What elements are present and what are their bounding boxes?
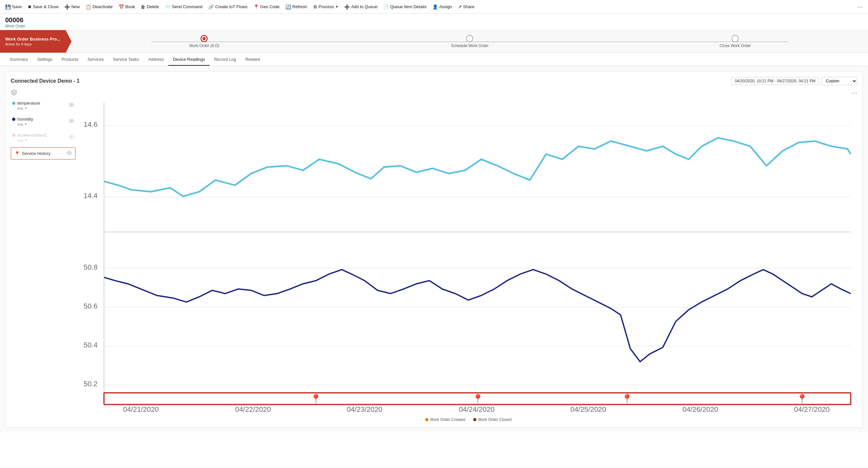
save-close-icon: ✖ — [28, 4, 32, 9]
pin-3: 📍 — [621, 393, 633, 404]
iot-flows-icon: 🔗 — [208, 4, 214, 9]
deactivate-icon: 📋 — [86, 4, 91, 9]
active-stage-label[interactable]: Work Order Business Pro... Active for 6 … — [0, 30, 66, 53]
chart-more-options[interactable]: ⋯ — [851, 89, 857, 96]
legend-accelerometerZ[interactable]: accelerometerZ avg ▼ — [11, 131, 75, 144]
x-label-0426: 04/26/2020 — [683, 405, 718, 413]
legend-temperature[interactable]: temperature avg ▼ — [11, 99, 75, 112]
legend-accelerometerZ-left: accelerometerZ avg ▼ — [12, 133, 47, 142]
humidity-dropdown-icon[interactable]: ▼ — [25, 122, 27, 126]
x-label-0421: 04/21/2020 — [123, 405, 159, 413]
nav-tabs: Summary Settings Products Services Servi… — [0, 53, 868, 66]
temperature-dropdown-icon[interactable]: ▼ — [25, 107, 27, 110]
new-button[interactable]: ➕ New — [62, 3, 82, 11]
stage-step-close[interactable]: Close Work Order — [602, 35, 868, 48]
tab-services[interactable]: Services — [83, 54, 108, 66]
y-label-hum-504: 50.4 — [84, 341, 97, 349]
humidity-label: humidity — [17, 117, 33, 122]
queue-item-details-button[interactable]: 📄 Queue Item Details — [381, 3, 429, 11]
y-label-hum-502: 50.2 — [84, 380, 97, 388]
humidity-visibility-icon[interactable] — [69, 118, 74, 124]
accelerometerZ-agg: avg — [17, 138, 23, 142]
queue-details-icon: 📄 — [383, 4, 389, 9]
stage-label-close: Close Work Order — [720, 43, 751, 48]
tab-related[interactable]: Related — [241, 54, 265, 66]
tab-record-log[interactable]: Record Log — [210, 54, 241, 66]
chart-legend: temperature avg ▼ — [11, 89, 80, 422]
process-dropdown-icon: ▼ — [335, 5, 339, 8]
svg-point-2 — [71, 120, 72, 122]
temperature-label: temperature — [17, 101, 40, 106]
temperature-visibility-icon[interactable] — [69, 102, 74, 109]
stage-step-workorder[interactable]: Work Order (6 D) — [71, 35, 337, 48]
delete-button[interactable]: 🗑 Delete — [138, 3, 162, 11]
accelerometerZ-dropdown-icon[interactable]: ▼ — [25, 139, 27, 142]
stage-circle-schedule — [466, 35, 473, 42]
process-button[interactable]: ⚙ Process ▼ — [311, 3, 341, 11]
more-options-button[interactable]: ⋯ — [854, 2, 865, 12]
save-close-button[interactable]: ✖ Save & Close — [25, 3, 61, 11]
send-command-icon: 📨 — [165, 4, 170, 9]
readings-header: Connected Device Demo - 1 04/20/2020, 10… — [11, 77, 857, 85]
stage-label-workorder: Work Order (6 D) — [189, 43, 219, 48]
tab-address[interactable]: Address — [144, 54, 168, 66]
active-stage-name: Work Order Business Pro... — [5, 37, 60, 41]
temperature-sub: avg ▼ — [17, 106, 40, 110]
accelerometerZ-sub: avg ▼ — [17, 138, 47, 142]
y-label-temp-144: 14.4 — [84, 192, 97, 200]
humidity-agg: avg — [17, 122, 23, 126]
layers-icon[interactable] — [11, 89, 75, 97]
toolbar: 💾 Save ✖ Save & Close ➕ New 📋 Deactivate… — [0, 0, 868, 14]
service-history-eye-icon[interactable] — [67, 150, 72, 156]
save-button[interactable]: 💾 Save — [3, 3, 25, 11]
chart-area: ⋯ 14.6 14.4 50.8 50.6 50.4 50.2 — [80, 89, 857, 422]
svg-point-1 — [71, 104, 72, 106]
tab-summary[interactable]: Summary — [5, 54, 33, 66]
tab-service-tasks[interactable]: Service Tasks — [108, 54, 144, 66]
refresh-button[interactable]: 🔄 Refresh — [283, 3, 310, 11]
x-label-0422: 04/22/2020 — [235, 405, 271, 413]
assign-button[interactable]: 👤 Assign — [430, 3, 455, 11]
create-iot-flows-button[interactable]: 🔗 Create IoT Flows — [206, 3, 250, 11]
tab-device-readings[interactable]: Device Readings — [168, 54, 209, 66]
tab-settings[interactable]: Settings — [33, 54, 57, 66]
legend-humidity-name: humidity — [12, 117, 33, 122]
delete-icon: 🗑 — [141, 4, 145, 9]
temperature-dot — [12, 101, 16, 105]
chart-ellipsis-icon[interactable]: ⋯ — [851, 90, 857, 96]
process-icon: ⚙ — [313, 4, 317, 9]
share-button[interactable]: ↗ Share — [455, 3, 477, 11]
save-icon: 💾 — [5, 4, 11, 9]
time-range-select[interactable]: Custom Last 7 Days Last 30 Days — [822, 77, 857, 85]
record-id: 00006 — [5, 16, 863, 24]
service-history-item[interactable]: 📍 Service History — [11, 147, 75, 159]
active-stage-sub: Active for 6 days — [5, 42, 60, 46]
temperature-line — [104, 138, 851, 197]
stage-chevron — [66, 30, 71, 53]
record-header: 00006 Work Order — [0, 14, 868, 30]
readings-card: Connected Device Demo - 1 04/20/2020, 10… — [5, 71, 863, 428]
record-type: Work Order — [5, 24, 863, 28]
accelerometerZ-visibility-icon[interactable] — [69, 134, 74, 141]
accelerometerZ-label: accelerometerZ — [17, 133, 47, 138]
date-range-display[interactable]: 04/20/2020, 10:21 PM - 04/27/2020, 04:21… — [731, 77, 819, 85]
x-label-0424: 04/24/2020 — [459, 405, 494, 413]
legend-work-order-closed: Work Order Closed — [473, 417, 512, 422]
accelerometerZ-dot — [12, 134, 16, 137]
book-icon: 📅 — [119, 4, 124, 9]
service-history-label: Service History — [22, 151, 50, 156]
add-to-queue-button[interactable]: ➕ Add to Queue — [342, 3, 380, 11]
geo-code-button[interactable]: 📍 Geo Code — [251, 3, 282, 11]
book-button[interactable]: 📅 Book — [116, 3, 138, 11]
work-order-created-label: Work Order Created — [430, 417, 465, 422]
stage-step-schedule[interactable]: Schedule Work Order — [337, 35, 602, 48]
humidity-dot — [12, 118, 16, 121]
readings-controls: 04/20/2020, 10:21 PM - 04/27/2020, 04:21… — [731, 77, 857, 85]
tab-products[interactable]: Products — [57, 54, 83, 66]
deactivate-button[interactable]: 📋 Deactivate — [83, 3, 115, 11]
geo-code-icon: 📍 — [253, 4, 259, 9]
humidity-line — [104, 270, 851, 362]
pin-4: 📍 — [797, 393, 808, 404]
legend-humidity[interactable]: humidity avg ▼ — [11, 115, 75, 127]
send-command-button[interactable]: 📨 Send Command — [162, 3, 205, 11]
